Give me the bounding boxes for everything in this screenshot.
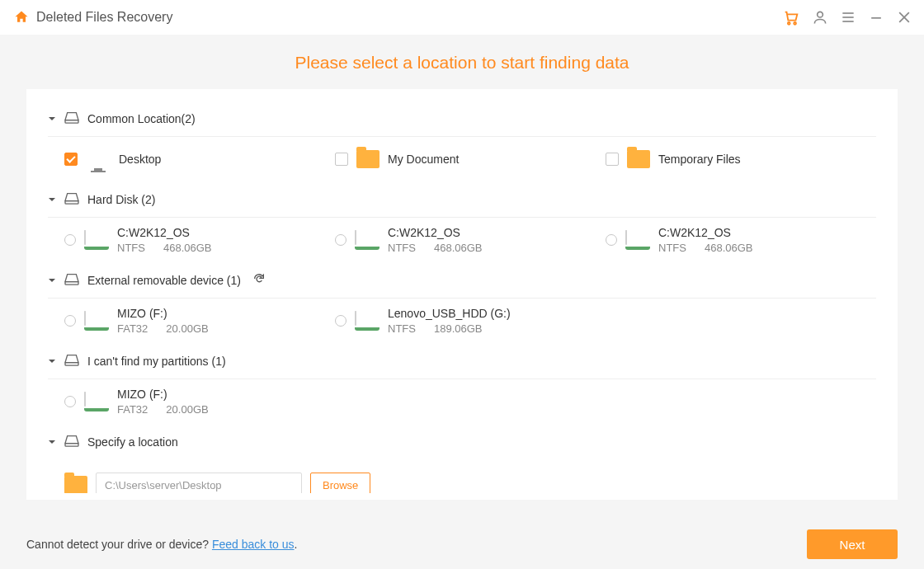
spacer bbox=[335, 388, 606, 416]
checkbox[interactable] bbox=[606, 153, 619, 166]
radio[interactable] bbox=[335, 315, 346, 327]
drive-name: MIZO (F:) bbox=[117, 307, 209, 320]
drive-meta: NTFS 468.06GB bbox=[117, 242, 212, 254]
drive-info: Lenovo_USB_HDD (G:) NTFS 189.06GB bbox=[388, 307, 511, 335]
harddisk-item[interactable]: C:W2K12_OS NTFS 468.06GB bbox=[335, 226, 606, 254]
drive-meta: NTFS 468.06GB bbox=[658, 242, 753, 254]
external-item[interactable]: MIZO (F:) FAT32 20.00GB bbox=[64, 307, 335, 335]
cart-icon[interactable] bbox=[782, 8, 800, 26]
location-label: Temporary Files bbox=[658, 153, 741, 166]
harddisk-item[interactable]: C:W2K12_OS NTFS 468.06GB bbox=[64, 226, 335, 254]
drive-info: C:W2K12_OS NTFS 468.06GB bbox=[117, 226, 212, 254]
section-missing-header[interactable]: I can't find my partitions (1) bbox=[48, 343, 876, 379]
section-title: I can't find my partitions (1) bbox=[87, 355, 226, 368]
svg-rect-13 bbox=[65, 444, 78, 447]
drive-info: MIZO (F:) FAT32 20.00GB bbox=[117, 388, 209, 416]
svg-point-1 bbox=[794, 22, 796, 25]
chevron-down-icon bbox=[48, 274, 56, 287]
harddisk-item[interactable]: C:W2K12_OS NTFS 468.06GB bbox=[606, 226, 876, 254]
drive-info: C:W2K12_OS NTFS 468.06GB bbox=[658, 226, 753, 254]
footer: Cannot detect your drive or device? Feed… bbox=[0, 520, 924, 569]
checkbox[interactable] bbox=[335, 153, 348, 166]
missing-items: MIZO (F:) FAT32 20.00GB bbox=[48, 379, 876, 424]
hdd-icon bbox=[355, 231, 380, 249]
folder-icon bbox=[356, 150, 380, 168]
home-icon[interactable] bbox=[13, 9, 30, 26]
section-title: Specify a location bbox=[87, 435, 178, 449]
drive-icon bbox=[63, 111, 81, 126]
folder-icon bbox=[64, 476, 87, 493]
drive-icon bbox=[63, 353, 81, 369]
hdd-icon bbox=[84, 312, 109, 330]
svg-rect-10 bbox=[65, 201, 78, 205]
section-external-header[interactable]: External removable device (1) bbox=[48, 262, 876, 299]
user-icon[interactable] bbox=[812, 9, 828, 26]
hdd-icon bbox=[355, 312, 380, 330]
svg-rect-9 bbox=[65, 120, 78, 124]
monitor-icon bbox=[86, 149, 111, 169]
drive-meta: FAT32 20.00GB bbox=[117, 403, 209, 416]
topbar: Deleted Files Recovery bbox=[0, 0, 924, 35]
drive-meta: NTFS 468.06GB bbox=[388, 242, 483, 254]
scroll-area[interactable]: Common Location(2) Desktop My Document T… bbox=[26, 92, 898, 493]
common-item-desktop[interactable]: Desktop bbox=[64, 145, 335, 173]
drive-icon bbox=[63, 191, 81, 207]
chevron-down-icon bbox=[48, 193, 56, 206]
section-title: Common Location(2) bbox=[87, 112, 196, 125]
chevron-down-icon bbox=[48, 355, 56, 368]
hdd-icon bbox=[84, 231, 109, 249]
drive-name: C:W2K12_OS bbox=[117, 226, 212, 239]
common-item-documents[interactable]: My Document bbox=[335, 145, 606, 173]
location-label: Desktop bbox=[119, 153, 161, 166]
menu-icon[interactable] bbox=[840, 9, 856, 26]
checkbox[interactable] bbox=[64, 153, 78, 166]
topbar-left: Deleted Files Recovery bbox=[0, 9, 172, 26]
drive-name: C:W2K12_OS bbox=[658, 226, 753, 239]
main-heading: Please select a location to start findin… bbox=[0, 53, 924, 73]
drive-info: C:W2K12_OS NTFS 468.06GB bbox=[388, 226, 483, 254]
chevron-down-icon bbox=[48, 435, 56, 449]
drive-icon bbox=[63, 434, 81, 449]
external-item[interactable]: Lenovo_USB_HDD (G:) NTFS 189.06GB bbox=[335, 307, 606, 335]
radio[interactable] bbox=[64, 315, 76, 327]
svg-rect-11 bbox=[65, 282, 78, 285]
spacer bbox=[606, 307, 876, 335]
drive-icon bbox=[63, 272, 81, 288]
drive-meta: FAT32 20.00GB bbox=[117, 322, 209, 335]
drive-meta: NTFS 189.06GB bbox=[388, 322, 511, 335]
harddisk-items: C:W2K12_OS NTFS 468.06GB C:W2K12_OS NTFS… bbox=[48, 218, 876, 262]
refresh-icon[interactable] bbox=[252, 272, 266, 288]
path-input[interactable] bbox=[96, 473, 302, 493]
svg-rect-12 bbox=[65, 363, 78, 366]
drive-info: MIZO (F:) FAT32 20.00GB bbox=[117, 307, 209, 335]
svg-point-0 bbox=[788, 22, 790, 25]
radio[interactable] bbox=[64, 396, 76, 407]
common-item-temp[interactable]: Temporary Files bbox=[606, 145, 876, 173]
hdd-icon bbox=[84, 393, 109, 411]
location-panel: Common Location(2) Desktop My Document T… bbox=[26, 89, 898, 500]
location-label: My Document bbox=[388, 153, 459, 166]
hdd-icon bbox=[625, 231, 650, 249]
external-items: MIZO (F:) FAT32 20.00GB Lenovo_USB_HDD (… bbox=[48, 299, 876, 343]
browse-button[interactable]: Browse bbox=[310, 473, 370, 493]
section-common-header[interactable]: Common Location(2) bbox=[48, 101, 876, 137]
section-specify-header[interactable]: Specify a location bbox=[48, 424, 876, 459]
radio[interactable] bbox=[335, 234, 346, 246]
chevron-down-icon bbox=[48, 112, 56, 125]
radio[interactable] bbox=[64, 234, 76, 246]
drive-name: MIZO (F:) bbox=[117, 388, 209, 401]
drive-name: Lenovo_USB_HDD (G:) bbox=[388, 307, 511, 320]
section-title: External removable device (1) bbox=[87, 274, 241, 287]
radio[interactable] bbox=[606, 234, 617, 246]
specify-row: Browse bbox=[48, 459, 876, 493]
minimize-icon[interactable] bbox=[868, 9, 884, 26]
feedback-link[interactable]: Feed back to us bbox=[212, 538, 295, 551]
folder-icon bbox=[627, 150, 650, 168]
page-title: Deleted Files Recovery bbox=[36, 10, 172, 25]
common-items: Desktop My Document Temporary Files bbox=[48, 137, 876, 181]
missing-item[interactable]: MIZO (F:) FAT32 20.00GB bbox=[64, 388, 335, 416]
section-harddisk-header[interactable]: Hard Disk (2) bbox=[48, 181, 876, 218]
close-icon[interactable] bbox=[896, 9, 912, 26]
next-button[interactable]: Next bbox=[807, 529, 898, 559]
svg-point-2 bbox=[818, 12, 823, 17]
